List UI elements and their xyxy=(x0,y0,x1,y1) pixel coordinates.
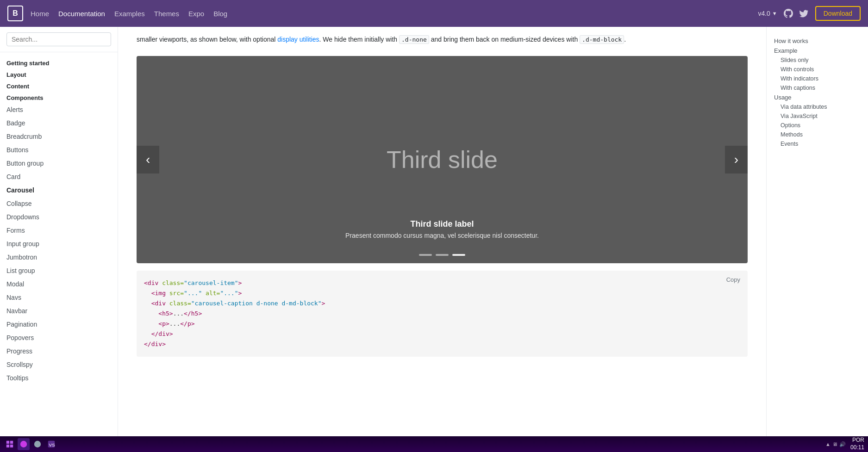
sidebar-scroll: Getting started Layout Content Component… xyxy=(0,52,118,436)
toc-methods[interactable]: Methods xyxy=(774,130,868,139)
svg-rect-2 xyxy=(6,445,9,447)
display-utilities-link[interactable]: display utilities xyxy=(277,36,319,43)
sidebar-item-forms[interactable]: Forms xyxy=(0,224,118,237)
svg-rect-0 xyxy=(6,441,9,444)
carousel-prev-button[interactable]: ‹ xyxy=(137,146,159,173)
sidebar-item-dropdowns[interactable]: Dropdowns xyxy=(0,211,118,224)
toc-example[interactable]: Example xyxy=(774,46,868,56)
sidebar: Getting started Layout Content Component… xyxy=(0,27,118,436)
copy-button[interactable]: Copy xyxy=(726,276,740,283)
toc-how-it-works[interactable]: How it works xyxy=(774,36,868,46)
intro-text-2: . We hide them initially with xyxy=(319,36,399,43)
main-layout: Getting started Layout Content Component… xyxy=(0,27,868,436)
taskbar-time: 00:11 xyxy=(850,444,864,452)
sidebar-item-popovers[interactable]: Popovers xyxy=(0,331,118,345)
taskbar-icon-1[interactable] xyxy=(4,438,16,450)
nav-expo[interactable]: Expo xyxy=(188,7,204,20)
sidebar-item-list-group[interactable]: List group xyxy=(0,264,118,278)
github-icon[interactable] xyxy=(784,9,793,18)
toc-options[interactable]: Options xyxy=(774,121,868,130)
svg-point-5 xyxy=(34,441,41,447)
tray-icon-monitor: 🖥 xyxy=(832,441,837,447)
sidebar-item-badge[interactable]: Badge xyxy=(0,117,118,130)
toc-with-controls[interactable]: With controls xyxy=(774,65,868,74)
sidebar-section-layout: Layout xyxy=(0,68,118,80)
sidebar-item-scrollspy[interactable]: Scrollspy xyxy=(0,358,118,372)
sidebar-item-navs[interactable]: Navs xyxy=(0,291,118,304)
toc-with-indicators[interactable]: With indicators xyxy=(774,74,868,83)
top-navbar: B Home Documentation Examples Themes Exp… xyxy=(0,0,868,27)
taskbar: VS ▲ 🖥 🔊 POR 00:11 xyxy=(0,436,868,452)
taskbar-clock: POR 00:11 xyxy=(850,437,864,451)
carousel-indicator-1[interactable] xyxy=(419,254,432,256)
sidebar-section-getting-started: Getting started xyxy=(0,57,118,68)
svg-rect-1 xyxy=(10,441,13,444)
sidebar-item-breadcrumb[interactable]: Breadcrumb xyxy=(0,130,118,143)
sidebar-item-input-group[interactable]: Input group xyxy=(0,237,118,251)
sidebar-item-card[interactable]: Card xyxy=(0,170,118,184)
sidebar-item-alerts[interactable]: Alerts xyxy=(0,103,118,117)
carousel-caption-title: Third slide label xyxy=(137,219,748,229)
taskbar-left: VS xyxy=(4,438,57,450)
sidebar-item-button-group[interactable]: Button group xyxy=(0,157,118,170)
search-input[interactable] xyxy=(6,32,111,46)
twitter-icon[interactable] xyxy=(799,9,809,18)
sidebar-item-collapse[interactable]: Collapse xyxy=(0,197,118,211)
taskbar-app-icon-vs[interactable]: VS xyxy=(45,438,57,450)
carousel-indicator-3[interactable] xyxy=(452,254,465,256)
sidebar-item-navbar[interactable]: Navbar xyxy=(0,304,118,318)
code-block-wrapper: Copy <div class="carousel-item"> <img sr… xyxy=(137,271,748,357)
sidebar-item-pagination[interactable]: Pagination xyxy=(0,318,118,331)
sidebar-item-modal[interactable]: Modal xyxy=(0,278,118,291)
nav-themes[interactable]: Themes xyxy=(154,7,179,20)
nav-documentation[interactable]: Documentation xyxy=(58,7,105,20)
intro-text-3: and bring them back on medium-sized devi… xyxy=(429,36,580,43)
toc-via-data-attributes[interactable]: Via data attributes xyxy=(774,102,868,111)
carousel-caption-desc: Praesent commodo cursus magna, vel scele… xyxy=(137,232,748,239)
sidebar-item-tooltips[interactable]: Tooltips xyxy=(0,372,118,385)
toc-via-javascript[interactable]: Via JavaScript xyxy=(774,111,868,121)
taskbar-app-icon-browser[interactable] xyxy=(18,438,30,450)
sidebar-item-buttons[interactable]: Buttons xyxy=(0,143,118,157)
download-button[interactable]: Download xyxy=(815,6,861,21)
code-d-md-block: .d-md-block xyxy=(580,35,624,44)
nav-home[interactable]: Home xyxy=(31,7,49,20)
carousel-slide-text: Third slide xyxy=(387,146,498,173)
tray-icon-sound: 🔊 xyxy=(839,441,846,447)
sidebar-item-carousel[interactable]: Carousel xyxy=(0,184,118,197)
nav-blog[interactable]: Blog xyxy=(213,7,227,20)
intro-text-4: . xyxy=(624,36,626,43)
toc-usage[interactable]: Usage xyxy=(774,93,868,102)
tray-icons: ▲ 🖥 🔊 xyxy=(825,441,846,447)
sidebar-item-jumbotron[interactable]: Jumbotron xyxy=(0,251,118,264)
carousel-demo: ‹ Third slide Third slide label Praesent… xyxy=(137,56,748,263)
svg-text:VS: VS xyxy=(49,442,56,447)
carousel-indicators xyxy=(137,254,748,256)
right-toc: How it works Example Slides only With co… xyxy=(766,27,868,436)
toc-events[interactable]: Events xyxy=(774,139,868,149)
toc-with-captions[interactable]: With captions xyxy=(774,83,868,93)
version-badge: v4.0 ▼ xyxy=(758,10,777,17)
carousel-next-button[interactable]: › xyxy=(725,146,748,173)
taskbar-app-icon-steam[interactable] xyxy=(31,438,44,450)
sidebar-search-container xyxy=(0,27,118,52)
content-area: smaller viewports, as shown below, with … xyxy=(118,27,766,436)
toc-slides-only[interactable]: Slides only xyxy=(774,56,868,65)
taskbar-right: ▲ 🖥 🔊 POR 00:11 xyxy=(825,437,864,451)
navbar-right: v4.0 ▼ Download xyxy=(758,6,861,21)
intro-paragraph: smaller viewports, as shown below, with … xyxy=(118,27,766,49)
chevron-down-icon: ▼ xyxy=(772,11,777,16)
svg-rect-3 xyxy=(10,445,13,447)
sidebar-section-content: Content xyxy=(0,80,118,92)
code-d-none: .d-none xyxy=(399,35,429,44)
nav-links: Home Documentation Examples Themes Expo … xyxy=(31,7,227,20)
carousel-indicator-2[interactable] xyxy=(436,254,449,256)
intro-text-1: smaller viewports, as shown below, with … xyxy=(137,36,277,43)
taskbar-lang: POR xyxy=(850,437,864,444)
code-block: <div class="carousel-item"> <img src="..… xyxy=(144,278,740,350)
sidebar-section-components: Components xyxy=(0,92,118,103)
nav-examples[interactable]: Examples xyxy=(114,7,145,20)
brand-logo[interactable]: B xyxy=(7,6,23,21)
version-text: v4.0 xyxy=(758,10,770,17)
sidebar-item-progress[interactable]: Progress xyxy=(0,345,118,358)
